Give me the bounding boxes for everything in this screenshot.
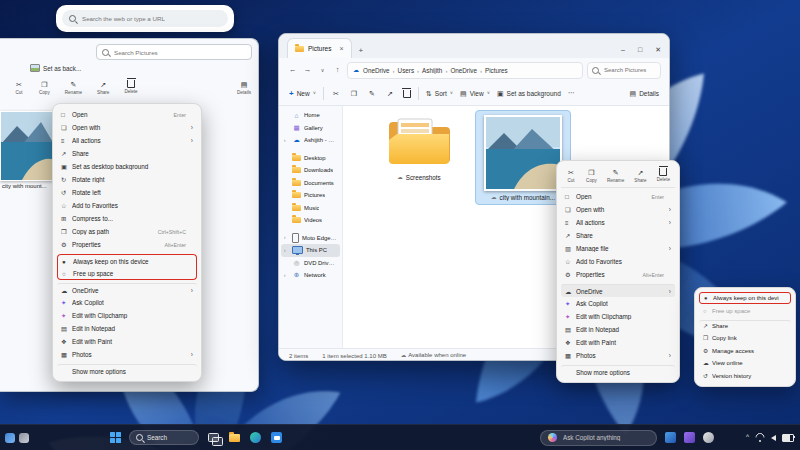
new-button[interactable]: New: [289, 90, 316, 98]
toolbar-action-button[interactable]: Share: [95, 79, 111, 96]
volume-icon[interactable]: [771, 435, 776, 441]
context-menu-item[interactable]: ↻ Rotate right: [57, 173, 197, 186]
taskbar-corner-icon[interactable]: [19, 433, 29, 443]
file-tile-partial[interactable]: city with mount...: [0, 111, 54, 189]
toolbar-action-button[interactable]: Cut: [331, 89, 341, 98]
breadcrumb-item[interactable]: Users: [390, 67, 414, 74]
set-as-background-button[interactable]: Set as back...: [30, 64, 81, 72]
context-menu-item[interactable]: ✦ Edit with Clipchamp: [57, 309, 197, 322]
context-menu-item[interactable]: □ Open Enter: [561, 190, 675, 203]
battery-icon[interactable]: [782, 434, 794, 442]
sidebar-item[interactable]: › Moto Edge 50 Neo: [281, 232, 340, 245]
context-menu-item[interactable]: ≡ All actions ›: [561, 216, 675, 229]
explorer-search-box[interactable]: [587, 62, 661, 79]
context-menu-item[interactable]: ⊞ Compress to...: [57, 212, 197, 225]
context-menu-item[interactable]: ● Always keep on this device: [57, 254, 197, 267]
expand-chevron-icon[interactable]: ›: [284, 138, 289, 143]
start-button[interactable]: [110, 432, 121, 443]
context-menu-item[interactable]: ☆ Add to Favorites: [561, 255, 675, 268]
context-menu-item[interactable]: ☁ OneDrive ›: [561, 284, 675, 297]
context-menu-item[interactable]: ❏ Open with ›: [561, 203, 675, 216]
toolbar-action-button[interactable]: Rename: [367, 89, 377, 98]
breadcrumb[interactable]: OneDriveUsersAshijithOneDrivePictures: [347, 62, 583, 79]
breadcrumb-item[interactable]: Ashijith: [414, 67, 442, 74]
context-action-button[interactable]: Share: [632, 167, 648, 184]
sidebar-item[interactable]: › Network: [281, 269, 340, 282]
toolbar-action-button[interactable]: Delete: [403, 89, 411, 98]
context-menu-item[interactable]: ≡ All actions ›: [57, 134, 197, 147]
submenu-item[interactable]: ● Always keep on this device: [699, 292, 791, 304]
context-menu-item[interactable]: ↗ Share: [57, 147, 197, 160]
folder-tile-screenshots[interactable]: Screenshots: [371, 116, 467, 181]
sidebar-item[interactable]: › Ashijith - Personal: [281, 134, 340, 147]
context-action-button[interactable]: Copy: [584, 167, 599, 184]
tab-pictures[interactable]: Pictures: [287, 38, 352, 58]
left-search-input[interactable]: [112, 48, 246, 57]
copilot-input[interactable]: [561, 433, 649, 442]
tab-close-icon[interactable]: [339, 45, 343, 52]
submenu-item[interactable]: ↺ Version history: [699, 369, 791, 381]
details-pane-button[interactable]: ▤ Details: [235, 79, 253, 96]
see-more-button[interactable]: [568, 90, 575, 97]
context-menu-item[interactable]: ⚙ Properties Alt+Enter: [561, 268, 675, 281]
submenu-item[interactable]: ○ Free up space: [699, 304, 791, 316]
file-explorer-button[interactable]: [228, 431, 241, 444]
context-menu-item[interactable]: ❐ Copy as path Ctrl+Shift+C: [57, 225, 197, 238]
close-button[interactable]: [655, 46, 661, 53]
browser-search-input[interactable]: [80, 14, 221, 23]
breadcrumb-item[interactable]: OneDrive: [363, 67, 390, 74]
context-menu-item[interactable]: ✦ Ask Copilot: [57, 296, 197, 309]
context-menu-item[interactable]: ○ Free up space: [57, 267, 197, 280]
context-menu-item[interactable]: ▤ Edit in Notepad: [561, 323, 675, 336]
submenu-item[interactable]: ❐ Copy link: [699, 332, 791, 344]
breadcrumb-item[interactable]: OneDrive: [442, 67, 477, 74]
taskbar-app-icon[interactable]: [665, 432, 676, 443]
back-button[interactable]: [287, 66, 298, 74]
expand-chevron-icon[interactable]: ›: [284, 235, 289, 240]
toolbar-action-button[interactable]: Copy: [349, 89, 359, 98]
context-action-button[interactable]: Cut: [564, 167, 578, 184]
left-search-box[interactable]: [96, 44, 252, 60]
context-menu-item[interactable]: ☁ OneDrive ›: [57, 283, 197, 296]
title-bar[interactable]: Pictures: [279, 34, 669, 58]
widgets-icon[interactable]: [5, 433, 15, 443]
context-menu-item[interactable]: ↺ Rotate left: [57, 186, 197, 199]
browser-search-pill[interactable]: [62, 10, 228, 27]
toolbar-action-button[interactable]: Share: [385, 89, 395, 98]
sidebar-item[interactable]: Pictures: [281, 189, 340, 202]
up-button[interactable]: [332, 66, 343, 74]
context-menu-item[interactable]: ❖ Edit with Paint: [57, 335, 197, 348]
context-menu-item[interactable]: Show more options: [57, 364, 197, 377]
task-view-button[interactable]: [207, 431, 220, 444]
sidebar-item[interactable]: DVD Drive (D:) CCC: [281, 257, 340, 270]
context-menu-item[interactable]: ✦ Edit with Clipchamp: [561, 310, 675, 323]
submenu-item[interactable]: ☁ View online: [699, 357, 791, 369]
set-as-background-button[interactable]: ▣ Set as background: [497, 90, 561, 98]
taskbar-search-button[interactable]: Search: [129, 430, 199, 445]
breadcrumb-item[interactable]: Pictures: [477, 67, 508, 74]
explorer-search-input[interactable]: [602, 66, 656, 74]
sidebar-item[interactable]: Videos: [281, 214, 340, 227]
sidebar-item[interactable]: Desktop: [281, 152, 340, 165]
copilot-search-box[interactable]: [540, 430, 657, 446]
context-menu-item[interactable]: □ Open Enter: [57, 108, 197, 121]
expand-chevron-icon[interactable]: ›: [284, 248, 289, 253]
context-menu-item[interactable]: ↗ Share: [561, 229, 675, 242]
taskbar-app-icon[interactable]: [703, 432, 714, 443]
recent-locations-chevron[interactable]: [317, 68, 328, 73]
expand-chevron-icon[interactable]: ›: [284, 273, 289, 278]
context-menu-item[interactable]: ▤ Edit in Notepad: [57, 322, 197, 335]
taskbar-app-icon[interactable]: [684, 432, 695, 443]
sidebar-item[interactable]: Documents: [281, 177, 340, 190]
context-action-button[interactable]: Rename: [605, 167, 626, 184]
sidebar-item[interactable]: › This PC: [281, 244, 340, 257]
context-action-button[interactable]: Delete: [655, 167, 672, 184]
toolbar-action-button[interactable]: Rename: [63, 79, 84, 96]
context-menu-item[interactable]: Show more options: [561, 365, 675, 378]
context-menu-item[interactable]: ✦ Ask Copilot: [561, 297, 675, 310]
hidden-icons-chevron[interactable]: [746, 434, 749, 441]
sidebar-item[interactable]: Gallery: [281, 122, 340, 135]
sidebar-item[interactable]: Home: [281, 109, 340, 122]
details-pane-button[interactable]: ▤ Details: [630, 90, 660, 98]
context-menu-item[interactable]: ❖ Edit with Paint: [561, 336, 675, 349]
